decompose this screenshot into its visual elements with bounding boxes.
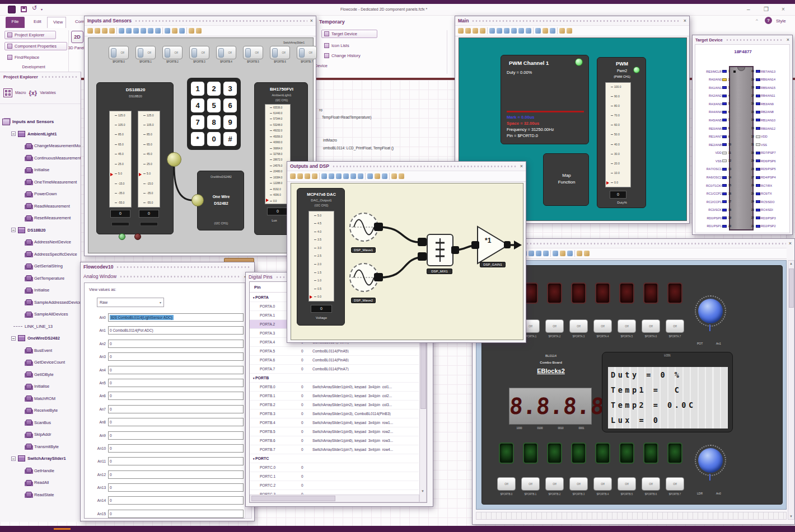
toolbar-icon[interactable] [574,250,575,257]
keypad-key[interactable]: 7 [191,115,204,129]
board-switch[interactable]: Off$PORTA.7 [666,319,684,338]
toolbar-icon[interactable] [133,28,139,34]
toolbar-icon[interactable] [518,28,524,34]
toolbar-icon[interactable] [367,173,373,179]
tree-expander-icon[interactable] [11,131,16,136]
digital-pin-row[interactable]: PORTC.0 0 [250,463,419,472]
tree-item[interactable]: ReadMeasurement [0,200,81,213]
digital-pin-row[interactable]: PORTC.1 0 [250,472,419,481]
board-switch[interactable]: Off$PORTB.1 [521,477,540,496]
toolbar-icon[interactable] [186,27,187,34]
keypad-key[interactable]: 9 [223,115,237,129]
digital-hscrollbar[interactable] [250,495,419,502]
change-history-toggle[interactable]: Change History [321,51,383,60]
view-mode-dropdown[interactable]: Raw▾ [97,298,164,307]
close-icon[interactable]: × [684,18,686,23]
2d-panel-button[interactable]: 2D [71,31,83,43]
switch-knob[interactable] [191,48,197,58]
keypad-key[interactable]: # [223,132,237,146]
toolbar-icon[interactable] [389,173,390,180]
tree-item[interactable]: MatchROM [0,393,81,405]
component-properties-button[interactable]: Component Properties [4,42,67,50]
tree-item[interactable]: GetSerialString [0,260,81,272]
close-icon[interactable]: × [520,164,523,169]
tree-item[interactable]: ResetMeasurement [0,212,81,224]
toggle-switch[interactable]: Off $PORTB.0 [109,46,129,63]
toolbar-icon[interactable] [336,173,342,179]
board-switch[interactable]: Off$PORTB.6 [642,477,660,496]
tree-item[interactable]: ReadState [0,489,81,500]
keypad-key[interactable]: 3 [223,82,237,96]
board-switch[interactable]: Off$PORTB.4 [593,477,612,496]
toolbar-icon[interactable] [321,173,327,179]
toolbar-icon[interactable] [312,173,317,179]
digital-pin-row[interactable]: PORTA.6 0 ComboBL0114(PinA6) [250,356,419,365]
analog-value-field[interactable]: 0 [108,340,244,348]
toolbar-icon[interactable] [526,28,531,34]
keypad-key[interactable]: 0 [207,132,221,146]
toolbar-icon[interactable] [536,251,541,256]
toolbar-icon[interactable] [319,173,320,180]
digital-pin-row[interactable]: PORTB.4 0 SwitchArraySlider1(pin4), keyp… [250,418,419,427]
switch-knob[interactable] [165,48,170,58]
analog-value-field[interactable]: 0 [108,352,244,361]
tree-item[interactable]: BusEvent [0,345,81,357]
dsp-mix-block[interactable] [427,234,453,266]
tab-file[interactable]: File [6,17,25,28]
keypad-key[interactable]: 6 [223,98,237,112]
collapse-ribbon-button[interactable]: ^ [756,18,758,23]
tree-item[interactable]: GetIDByte [0,369,81,381]
toolbar-icon[interactable] [109,28,115,34]
analog-value-field[interactable]: 0 [108,496,244,505]
tree-item[interactable]: ChangeMeasurementMode [0,140,81,152]
toolbar-icon[interactable] [102,28,107,34]
toolbar-icon[interactable] [172,28,177,34]
tree-item[interactable]: GetTemperature [0,272,81,285]
digital-pin-row[interactable]: PORTB.6 0 SwitchArraySlider1(pin6), keyp… [250,436,419,445]
keypad-key[interactable]: * [191,132,204,146]
analog-value-field[interactable]: 0 [108,470,244,479]
toolbar-icon[interactable] [116,27,117,34]
dsp-gain-block[interactable]: *1 [476,225,511,265]
tree-expander-icon[interactable] [11,336,16,341]
keypad-key[interactable]: 4 [191,98,204,112]
toggle-switch[interactable]: Off $PORTB.1 [135,46,156,63]
keypad-key[interactable]: 8 [207,115,221,129]
analog-value-field[interactable]: 0 [108,431,244,440]
toolbar-icon[interactable] [557,27,558,34]
toolbar-icon[interactable] [543,28,548,34]
board-switch[interactable]: Off$PORTA.6 [642,319,660,338]
scroll-down-icon[interactable]: ▼ [789,515,793,518]
tree-item[interactable]: ScanBus [0,417,81,429]
toolbar-icon[interactable] [95,28,100,34]
tab-edit[interactable]: Edit [28,17,45,28]
toolbar-icon[interactable] [119,28,124,34]
toolbar-icon[interactable] [350,173,356,179]
toolbar-icon[interactable] [511,28,517,34]
toolbar-icon[interactable] [550,250,551,257]
toolbar-icon[interactable] [465,28,471,34]
tree-item[interactable]: Initialise [0,164,81,176]
toolbar-icon[interactable] [358,173,363,179]
minimize-button[interactable]: – [747,6,750,12]
ds18b20-button-1[interactable] [111,222,129,226]
dsp-wave1-block[interactable] [349,213,378,242]
toolbar-icon[interactable] [550,28,555,34]
dsp-2d-panel[interactable]: MCP47x6 DAC DAC_Output1 (I2C CH2) 5.04.5… [291,183,523,340]
tree-item[interactable]: AmbientLight1 [0,128,81,140]
board-switch[interactable]: Off$PORTA.3 [569,319,588,338]
toolbar-icon[interactable] [529,251,534,256]
digital-pin-row[interactable]: PORTB.7 0 SwitchArraySlider1(pin7), keyp… [250,445,419,454]
board-switch[interactable]: Off$PORTB.3 [569,477,588,496]
digital-pin-row[interactable]: PORTB.1 0 SwitchArraySlider1(pin1), keyp… [250,392,419,401]
toolbar-icon[interactable] [497,28,502,34]
toolbar-icon[interactable] [489,28,495,34]
tree-item[interactable]: ReadAll [0,477,81,489]
toolbar-icon[interactable] [141,28,146,34]
close-button[interactable]: × [782,6,785,12]
macro-grid-icon[interactable] [3,88,12,97]
board-switch[interactable]: Off$PORTB.2 [545,477,564,496]
keypad-key[interactable]: 1 [191,82,204,96]
tree-item[interactable]: GetDeviceCount [0,356,81,369]
target-device-toggle[interactable]: Target Device [321,30,377,38]
